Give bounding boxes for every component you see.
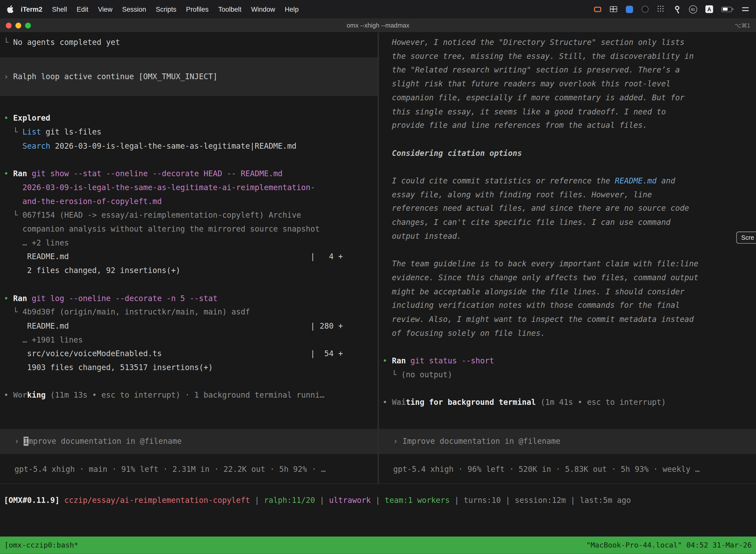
terminal-line	[4, 375, 374, 389]
menu-item-help[interactable]: Help	[280, 5, 304, 13]
terminal-line: • Ran git status --short	[382, 354, 752, 368]
terminal-line: README.md | 280 +	[4, 320, 374, 333]
terminal-line: evidence. Since this change only affects…	[382, 271, 752, 285]
menu-item-view[interactable]: View	[93, 5, 117, 13]
terminal-line: gpt-5.4 xhigh · 96% left · 520K in · 5.8…	[393, 463, 752, 477]
terminal-line	[382, 160, 752, 174]
dots-grid-icon[interactable]	[657, 4, 665, 14]
minimize-button[interactable]	[15, 22, 21, 28]
menu-item-shell[interactable]: Shell	[47, 5, 72, 13]
terminal-line: › Improve documentation in @filename	[393, 435, 752, 448]
battery-icon[interactable]	[721, 4, 734, 14]
window-title: omx --xhigh --madmax	[0, 21, 756, 29]
menu-item-scripts[interactable]: Scripts	[151, 5, 181, 13]
terminal-line: the source tree, missing the essay. Stil…	[382, 50, 752, 63]
input-source-letter: A	[705, 5, 713, 13]
terminal-line: › Improve documentation in @filename	[14, 435, 373, 448]
terminal-line	[382, 382, 752, 396]
left-prompt-input[interactable]: › Improve documentation in @filename	[0, 429, 377, 454]
iterm2-window: iTerm2ShellEditViewSessionScriptsProfile…	[0, 0, 756, 554]
screen-share-tooltip: Scre	[737, 232, 756, 244]
close-button[interactable]	[6, 22, 11, 28]
terminal-line: [OMX#0.11.9] cczip/essay/ai-reimplementa…	[4, 494, 756, 508]
terminal-line: 2 files changed, 92 insertions(+)	[4, 264, 374, 278]
terminal-line: I could cite commit statistics or refere…	[382, 174, 752, 188]
right-terminal-pane[interactable]: However, I noticed the "Directory Struct…	[379, 33, 756, 484]
apple-menu-icon[interactable]	[7, 5, 14, 13]
terminal-line: gpt-5.4 xhigh · main · 91% left · 2.31M …	[14, 463, 373, 477]
terminal-line: However, I noticed the "Directory Struct…	[382, 36, 752, 50]
terminal-line: • Working (11m 13s • esc to interrupt) ·…	[4, 389, 374, 403]
terminal-line: src/voice/voiceModeEnabled.ts | 54 +	[4, 347, 374, 361]
terminal-line: companion file, especially if more comme…	[382, 91, 752, 105]
control-center-icon[interactable]	[742, 4, 749, 14]
right-status-line: gpt-5.4 xhigh · 96% left · 520K in · 5.8…	[382, 454, 752, 477]
left-pane-output: • Explored └ List git ls-files Search 20…	[4, 112, 374, 403]
terminal-line	[4, 278, 374, 292]
terminal-line: └ (no output)	[382, 368, 752, 382]
left-terminal-pane[interactable]: └ No agents completed yet › Ralph loop a…	[0, 33, 377, 484]
terminal-line: 1903 files changed, 513517 insertions(+)	[4, 361, 374, 375]
zoom-button[interactable]	[25, 22, 31, 28]
blue-app-icon[interactable]	[625, 4, 633, 14]
terminal-line: • Waiting for background terminal (1m 41…	[382, 396, 752, 410]
terminal-line: essay file, along with finding root file…	[382, 188, 752, 202]
menu-item-iterm2[interactable]: iTerm2	[16, 5, 47, 13]
menu-item-session[interactable]: Session	[117, 5, 151, 13]
right-prompt-input[interactable]: › Improve documentation in @filename	[379, 429, 756, 454]
right-pane-output: However, I noticed the "Directory Struct…	[382, 36, 752, 409]
window-shortcut-badge: ⌥⌘1	[735, 22, 756, 29]
terminal-line: … +1901 lines	[4, 333, 374, 347]
terminal-line: README.md | 4 +	[4, 250, 374, 264]
terminal-line: the "Related research writing" section i…	[382, 63, 752, 77]
spacer	[382, 409, 752, 429]
menu-items: iTerm2ShellEditViewSessionScriptsProfile…	[16, 5, 303, 13]
terminal-line: • Explored	[4, 112, 374, 126]
terminal-line: output instead.	[382, 230, 752, 243]
terminal-line: › Ralph loop active continue [OMX_TMUX_I…	[4, 70, 374, 84]
menu-item-window[interactable]: Window	[246, 5, 280, 13]
window-grid-icon[interactable]	[610, 4, 617, 14]
screen-recording-icon[interactable]	[593, 4, 601, 14]
dark-app-icon[interactable]	[641, 4, 649, 14]
tmux-session-label: [omx-cczip0:bash*	[4, 541, 78, 550]
battery-gauge-icon[interactable]: 61	[689, 5, 697, 13]
menu-item-toolbelt[interactable]: Toolbelt	[213, 5, 246, 13]
terminal-line: provide file and line references from th…	[382, 119, 752, 133]
terminal-line: Considering citation options	[382, 147, 752, 160]
menu-bar: iTerm2ShellEditViewSessionScriptsProfile…	[0, 0, 756, 18]
terminal-line: • Ran git log --oneline --decorate -n 5 …	[4, 292, 374, 306]
left-pane-head: └ No agents completed yet	[4, 36, 374, 50]
terminal-line: changes, I can't cite specific file line…	[382, 216, 752, 230]
terminal-line: └ 4b9d30f (origin/main, instructkr/main,…	[4, 306, 374, 320]
terminal-line	[382, 243, 752, 258]
terminal-line: └ List git ls-files	[4, 126, 374, 140]
omx-status-bar: [OMX#0.11.9] cczip/essay/ai-reimplementa…	[0, 484, 756, 537]
ralph-loop-inject-box: › Ralph loop active continue [OMX_TMUX_I…	[0, 57, 377, 96]
traffic-lights	[0, 22, 31, 28]
tmux-status-bar: [omx-cczip0:bash* "MacBook-Pro-44.local"…	[0, 537, 756, 554]
terminal-line: • Ran git show --stat --oneline --decora…	[4, 167, 374, 181]
window-title-bar[interactable]: omx --xhigh --madmax ⌥⌘1	[0, 18, 756, 33]
terminal-line: of focusing solely on file lines.	[382, 327, 752, 340]
key-icon[interactable]	[673, 4, 681, 14]
tmux-host-time: "MacBook-Pro-44.local" 04:52 31-Mar-26	[586, 541, 752, 550]
terminal-line: └ 067f154 (HEAD -> essay/ai-reimplementa…	[4, 209, 374, 222]
terminal-line	[382, 340, 752, 354]
input-source-icon[interactable]: A	[705, 4, 713, 14]
terminal-line: … +2 lines	[4, 236, 374, 250]
terminal-line: references need actual files, and since …	[382, 202, 752, 216]
terminal-line: this single essay, it seems like a good …	[382, 105, 752, 119]
terminal-line: slight risk that future readers may over…	[382, 77, 752, 91]
terminal-line	[4, 153, 374, 167]
terminal-area: └ No agents completed yet › Ralph loop a…	[0, 33, 756, 484]
terminal-line: and-the-erosion-of-copyleft.md	[4, 195, 374, 209]
menu-item-edit[interactable]: Edit	[72, 5, 93, 13]
terminal-line: └ No agents completed yet	[4, 36, 374, 50]
menu-item-profiles[interactable]: Profiles	[181, 5, 213, 13]
omx-status-line: [OMX#0.11.9] cczip/essay/ai-reimplementa…	[4, 494, 756, 508]
spacer	[4, 403, 374, 429]
terminal-line: 2026-03-09-is-legal-the-same-as-legitima…	[4, 181, 374, 195]
terminal-line: including verification notes with those …	[382, 299, 752, 313]
terminal-line: The team guideline is to back every impo…	[382, 258, 752, 271]
